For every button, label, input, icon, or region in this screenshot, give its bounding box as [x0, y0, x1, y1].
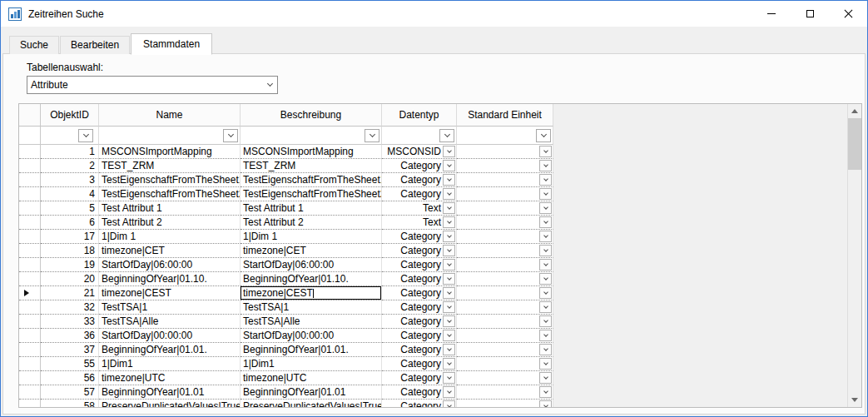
einheit-dropdown-button[interactable] — [539, 330, 552, 341]
cell-datentyp[interactable]: Category — [382, 173, 457, 187]
beschreibung-edit-box[interactable]: TEST_ZRM — [241, 159, 381, 172]
datentyp-dropdown-button[interactable] — [443, 231, 455, 242]
cell-datentyp[interactable]: Category — [382, 371, 457, 385]
cell-beschreibung[interactable]: BeginningOfYear|01.01. — [241, 343, 382, 357]
cell-datentyp[interactable]: Category — [382, 286, 457, 300]
einheit-dropdown-button[interactable] — [539, 273, 552, 285]
cell-standard-einheit[interactable] — [457, 329, 553, 343]
table-row[interactable]: 33 TestTSA|Alle TestTSA|Alle Category — [19, 315, 847, 329]
cell-datentyp[interactable]: Text — [382, 201, 457, 216]
tab-bearbeiten[interactable]: Bearbeiten — [60, 36, 130, 54]
table-row[interactable]: 4 TestEigenschaftFromTheSheet2 TestEigen… — [19, 187, 847, 201]
maximize-button[interactable] — [791, 1, 829, 27]
cell-datentyp[interactable]: Category — [382, 187, 457, 201]
datentyp-dropdown-button[interactable] — [443, 174, 455, 186]
cell-datentyp[interactable]: Category — [382, 343, 457, 357]
row-selector[interactable] — [19, 145, 41, 159]
table-row[interactable]: 5 Test Attribut 1 Test Attribut 1 Text — [19, 201, 847, 216]
table-row[interactable]: 57 BeginningOfYear|01.01 BeginningOfYear… — [19, 385, 847, 400]
datentyp-dropdown-button[interactable] — [443, 358, 455, 370]
beschreibung-edit-box[interactable]: 1|Dim1 — [241, 357, 381, 370]
beschreibung-edit-box[interactable]: BeginningOfYear|01.01. — [241, 343, 381, 356]
table-row[interactable]: 37 BeginningOfYear|01.01. BeginningOfYea… — [19, 343, 847, 357]
cell-standard-einheit[interactable] — [457, 286, 553, 300]
cell-name[interactable]: TestTSA|Alle — [99, 315, 241, 329]
cell-objektid[interactable]: 37 — [41, 343, 99, 357]
einheit-dropdown-button[interactable] — [539, 400, 552, 407]
beschreibung-edit-box[interactable]: TestEigenschaftFromTheSheet1 — [241, 173, 381, 186]
cell-objektid[interactable]: 58 — [41, 400, 99, 407]
cell-beschreibung[interactable]: StartOfDay|06:00:00 — [241, 258, 382, 272]
cell-objektid[interactable]: 36 — [41, 329, 99, 343]
table-row[interactable]: 36 StartOfDay|00:00:00 StartOfDay|00:00:… — [19, 329, 847, 343]
beschreibung-edit-box[interactable]: Test Attribut 2 — [241, 216, 381, 229]
cell-datentyp[interactable]: Category — [382, 300, 457, 315]
table-row[interactable]: 18 timezone|CET timezone|CET Category — [19, 244, 847, 258]
cell-beschreibung[interactable]: TEST_ZRM — [241, 159, 382, 173]
minimize-button[interactable] — [752, 1, 791, 27]
einheit-dropdown-button[interactable] — [539, 216, 552, 228]
cell-beschreibung[interactable]: TestEigenschaftFromTheSheet1 — [241, 173, 382, 187]
datentyp-dropdown-button[interactable] — [443, 188, 455, 200]
beschreibung-edit-box[interactable]: timezone|UTC — [241, 371, 381, 385]
vertical-scrollbar[interactable] — [847, 104, 861, 407]
cell-standard-einheit[interactable] — [457, 159, 553, 173]
cell-objektid[interactable]: 21 — [41, 286, 99, 300]
table-row[interactable]: 58 PreserveDuplicatedValues|True Preserv… — [19, 400, 847, 407]
row-selector[interactable] — [19, 159, 41, 173]
cell-name[interactable]: TEST_ZRM — [99, 159, 241, 173]
datentyp-dropdown-button[interactable] — [443, 216, 455, 228]
scrollbar-track[interactable] — [848, 118, 861, 393]
cell-standard-einheit[interactable] — [457, 187, 553, 201]
datentyp-dropdown-button[interactable] — [443, 160, 455, 171]
column-header-name[interactable]: Name — [99, 104, 241, 127]
filter-einheit-dropdown[interactable] — [536, 129, 551, 142]
tab-suche[interactable]: Suche — [9, 36, 59, 54]
einheit-dropdown-button[interactable] — [539, 174, 552, 186]
beschreibung-edit-box[interactable]: TestEigenschaftFromTheSheet2 — [241, 187, 381, 201]
datentyp-dropdown-button[interactable] — [443, 315, 455, 327]
cell-name[interactable]: timezone|UTC — [99, 371, 241, 385]
cell-name[interactable]: BeginningOfYear|01.01. — [99, 343, 241, 357]
beschreibung-edit-box[interactable]: Test Attribut 1 — [241, 201, 381, 215]
scroll-up-button[interactable] — [848, 104, 861, 118]
cell-name[interactable]: StartOfDay|06:00:00 — [99, 258, 241, 272]
cell-datentyp[interactable]: MSCONSID — [382, 145, 457, 159]
cell-objektid[interactable]: 57 — [41, 385, 99, 400]
cell-name[interactable]: Test Attribut 1 — [99, 201, 241, 216]
datentyp-dropdown-button[interactable] — [443, 245, 455, 256]
cell-beschreibung[interactable]: Test Attribut 1 — [241, 201, 382, 216]
datentyp-dropdown-button[interactable] — [443, 386, 455, 398]
cell-objektid[interactable]: 4 — [41, 187, 99, 201]
row-selector[interactable] — [19, 216, 41, 230]
scroll-down-button[interactable] — [848, 393, 861, 407]
cell-standard-einheit[interactable] — [457, 244, 553, 258]
cell-objektid[interactable]: 3 — [41, 173, 99, 187]
cell-datentyp[interactable]: Category — [382, 400, 457, 407]
row-selector[interactable] — [19, 343, 41, 357]
cell-beschreibung[interactable]: BeginningOfYear|01.01 — [241, 385, 382, 400]
cell-name[interactable]: StartOfDay|00:00:00 — [99, 329, 241, 343]
cell-beschreibung[interactable]: PreserveDuplicatedValues|True — [241, 400, 382, 407]
datentyp-dropdown-button[interactable] — [443, 301, 455, 313]
table-row[interactable]: 21 timezone|CEST timezone|CEST Category — [19, 286, 847, 300]
row-selector[interactable] — [19, 187, 41, 201]
cell-datentyp[interactable]: Category — [382, 230, 457, 244]
cell-standard-einheit[interactable] — [457, 400, 553, 407]
row-selector[interactable] — [19, 400, 41, 407]
cell-standard-einheit[interactable] — [457, 300, 553, 315]
einheit-dropdown-button[interactable] — [539, 287, 552, 299]
einheit-dropdown-button[interactable] — [539, 245, 552, 256]
column-header-beschreibung[interactable]: Beschreibung — [241, 104, 382, 127]
cell-datentyp[interactable]: Category — [382, 272, 457, 286]
table-row[interactable]: 1 MSCONSImportMapping MSCONSImportMappin… — [19, 145, 847, 159]
cell-standard-einheit[interactable] — [457, 258, 553, 272]
cell-datentyp[interactable]: Category — [382, 159, 457, 173]
einheit-dropdown-button[interactable] — [539, 231, 552, 242]
row-selector[interactable] — [19, 244, 41, 258]
einheit-dropdown-button[interactable] — [539, 358, 552, 370]
cell-beschreibung[interactable]: StartOfDay|00:00:00 — [241, 329, 382, 343]
cell-name[interactable]: 1|Dim1 — [99, 357, 241, 371]
cell-datentyp[interactable]: Category — [382, 258, 457, 272]
cell-name[interactable]: BeginningOfYear|01.10. — [99, 272, 241, 286]
